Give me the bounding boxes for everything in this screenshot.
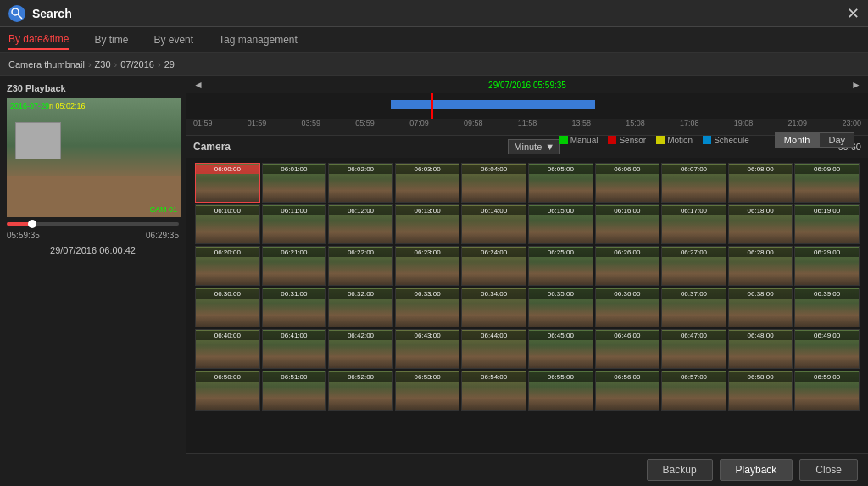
thumbnail-item[interactable]: 06:44:00	[461, 329, 526, 369]
thumbnail-timestamp: 06:53:00	[396, 372, 459, 382]
thumbnail-timestamp: 06:33:00	[396, 289, 459, 299]
thumbnail-item[interactable]: 06:03:00	[395, 163, 460, 203]
thumbnail-item[interactable]: 06:30:00	[195, 288, 260, 327]
thumbnail-item[interactable]: 06:27:00	[661, 246, 726, 286]
thumbnail-item[interactable]: 06:56:00	[595, 371, 660, 411]
thumbnail-item[interactable]: 06:36:00	[595, 288, 660, 327]
thumbnail-item[interactable]: 06:01:00	[262, 163, 327, 203]
thumbnail-item[interactable]: 06:09:00	[794, 163, 860, 203]
thumbnail-timestamp: 06:12:00	[329, 206, 392, 215]
thumbnail-item[interactable]: 06:57:00	[661, 371, 726, 411]
thumbnail-item[interactable]: 06:45:00	[528, 329, 593, 369]
thumbnails-area[interactable]: 06:00:0006:01:0006:02:0006:03:0006:04:00…	[186, 158, 868, 453]
thumbnail-item[interactable]: 06:55:00	[528, 371, 593, 411]
thumbnail-item[interactable]: 06:06:00	[595, 163, 660, 203]
thumbnail-item[interactable]: 06:08:00	[728, 163, 793, 203]
thumbnail-item[interactable]: 06:49:00	[794, 329, 860, 369]
thumbnail-timestamp: 06:51:00	[263, 372, 326, 382]
thumbnail-timestamp: 06:18:00	[729, 206, 793, 215]
breadcrumb-item-2[interactable]: 07/2016	[120, 59, 154, 70]
playback-label: Z30 Playback	[7, 83, 179, 93]
thumbnail-item[interactable]: 06:29:00	[794, 246, 860, 286]
thumbnail-item[interactable]: 06:26:00	[595, 246, 660, 286]
thumbnail-item[interactable]: 06:23:00	[395, 246, 460, 286]
thumbnail-item[interactable]: 06:59:00	[794, 371, 860, 411]
thumbnail-timestamp: 06:26:00	[596, 248, 659, 257]
thumbnail-item[interactable]: 06:43:00	[395, 329, 460, 369]
thumbnail-item[interactable]: 06:02:00	[328, 163, 393, 203]
thumbnail-item[interactable]: 06:35:00	[528, 288, 593, 327]
thumbnail-item[interactable]: 06:42:00	[328, 329, 393, 369]
thumbnail-item[interactable]: 06:33:00	[395, 288, 460, 327]
thumbnail-timestamp: 06:29:00	[795, 248, 859, 257]
thumbnail-item[interactable]: 06:20:00	[195, 246, 260, 286]
thumbnail-item[interactable]: 06:22:00	[328, 246, 393, 286]
month-toggle[interactable]: Month	[775, 132, 820, 148]
legend-sensor: Sensor	[608, 136, 646, 145]
timeline-nav-right[interactable]: ►	[851, 79, 861, 91]
tab-by-event[interactable]: By event	[153, 31, 193, 49]
thumbnail-item[interactable]: 06:24:00	[461, 246, 526, 286]
tab-tag-management[interactable]: Tag management	[219, 31, 298, 49]
backup-button[interactable]: Backup	[647, 459, 713, 481]
thumbnail-grid: 06:00:0006:01:0006:02:0006:03:0006:04:00…	[193, 161, 861, 412]
thumbnail-item[interactable]: 06:52:00	[328, 371, 393, 411]
progress-knob[interactable]	[28, 220, 36, 228]
thumbnail-item[interactable]: 06:51:00	[262, 371, 327, 411]
thumbnail-item[interactable]: 06:40:00	[195, 329, 260, 369]
thumbnail-item[interactable]: 06:21:00	[262, 246, 327, 286]
thumbnail-item[interactable]: 06:17:00	[661, 204, 726, 244]
playback-button[interactable]: Playback	[720, 459, 793, 481]
thumbnail-item[interactable]: 06:16:00	[595, 204, 660, 244]
thumbnail-item[interactable]: 06:31:00	[262, 288, 327, 327]
close-button[interactable]: ✕	[847, 6, 860, 21]
day-toggle[interactable]: Day	[819, 132, 854, 148]
thumbnail-item[interactable]: 06:41:00	[262, 329, 327, 369]
thumbnail-item[interactable]: 06:18:00	[728, 204, 793, 244]
thumbnail-item[interactable]: 06:50:00	[195, 371, 260, 411]
thumbnail-item[interactable]: 06:07:00	[661, 163, 726, 203]
playback-progress-bar[interactable]	[7, 222, 179, 226]
timeline-track[interactable]	[186, 93, 868, 119]
thumbnail-timestamp: 06:32:00	[329, 289, 392, 299]
schedule-label: Schedule	[714, 136, 749, 145]
close-bottom-button[interactable]: Close	[799, 459, 858, 481]
thumbnail-item[interactable]: 06:05:00	[528, 163, 593, 203]
thumbnail-item[interactable]: 06:12:00	[328, 204, 393, 244]
title-bar: Search ✕	[0, 0, 868, 27]
timeline-area: ◄ 29/07/2016 05:59:35 ► 01:59 01:59 03:5…	[186, 76, 868, 136]
thumbnail-item[interactable]: 06:46:00	[595, 329, 660, 369]
thumbnail-item[interactable]: 06:11:00	[262, 204, 327, 244]
tab-by-time[interactable]: By time	[94, 31, 128, 49]
thumbnail-item[interactable]: 06:32:00	[328, 288, 393, 327]
thumbnail-item[interactable]: 06:10:00	[195, 204, 260, 244]
thumbnail-item[interactable]: 06:47:00	[661, 329, 726, 369]
thumbnail-item[interactable]: 06:48:00	[728, 329, 793, 369]
thumbnail-timestamp: 06:22:00	[329, 248, 392, 257]
breadcrumb-item-1[interactable]: Z30	[95, 59, 111, 70]
breadcrumb-item-3[interactable]: 29	[164, 59, 175, 70]
thumbnail-timestamp: 06:59:00	[795, 372, 859, 382]
thumbnail-timestamp: 06:10:00	[196, 206, 259, 215]
timeline-position-marker	[431, 93, 433, 119]
thumbnail-item[interactable]: 06:54:00	[461, 371, 526, 411]
thumbnail-item[interactable]: 06:34:00	[461, 288, 526, 327]
tl-label-5: 09:58	[464, 119, 483, 129]
thumbnail-item[interactable]: 06:15:00	[528, 204, 593, 244]
breadcrumb-item-0[interactable]: Camera thumbnail	[8, 59, 85, 70]
thumbnail-timestamp: 06:49:00	[795, 331, 859, 340]
thumbnail-item[interactable]: 06:25:00	[528, 246, 593, 286]
timeline-nav-left[interactable]: ◄	[193, 79, 203, 91]
thumbnail-item[interactable]: 06:13:00	[395, 204, 460, 244]
thumbnail-item[interactable]: 06:19:00	[794, 204, 860, 244]
tab-by-date[interactable]: By date&time	[8, 30, 69, 50]
thumbnail-item[interactable]: 06:39:00	[794, 288, 860, 327]
thumbnail-item[interactable]: 06:38:00	[728, 288, 793, 327]
thumbnail-item[interactable]: 06:04:00	[461, 163, 526, 203]
thumbnail-item[interactable]: 06:28:00	[728, 246, 793, 286]
thumbnail-item[interactable]: 06:14:00	[461, 204, 526, 244]
thumbnail-item[interactable]: 06:00:00	[195, 163, 260, 203]
thumbnail-item[interactable]: 06:37:00	[661, 288, 726, 327]
thumbnail-item[interactable]: 06:58:00	[728, 371, 793, 411]
thumbnail-item[interactable]: 06:53:00	[395, 371, 460, 411]
